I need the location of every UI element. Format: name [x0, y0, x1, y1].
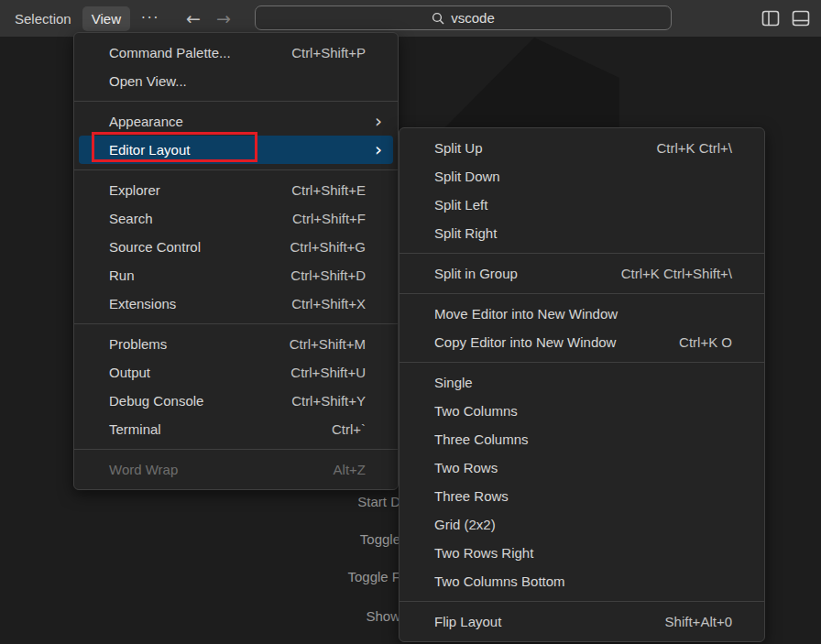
- menu-item-shortcut: Ctrl+`: [332, 421, 366, 437]
- menu-item-two-rows-right[interactable]: Two Rows Right: [404, 539, 760, 567]
- menu-item-shortcut: Ctrl+Shift+Y: [291, 393, 366, 409]
- menu-item-label: Run: [109, 267, 290, 283]
- menu-item-label: Three Rows: [434, 488, 732, 504]
- menubar-item-selection[interactable]: Selection: [5, 6, 81, 31]
- titlebar: Selection View ··· ← → vscode: [0, 0, 821, 37]
- menu-item-terminal[interactable]: TerminalCtrl+`: [79, 415, 393, 443]
- menu-item-two-columns-bottom[interactable]: Two Columns Bottom: [404, 567, 760, 595]
- background-text-fragment: Show: [366, 607, 400, 626]
- command-center-search[interactable]: vscode: [255, 5, 672, 30]
- menu-item-extensions[interactable]: ExtensionsCtrl+Shift+X: [79, 289, 393, 318]
- menu-item-debug-console[interactable]: Debug ConsoleCtrl+Shift+Y: [79, 387, 393, 415]
- menu-item-label: Three Columns: [434, 431, 732, 447]
- menu-item-label: Split Down: [434, 169, 732, 184]
- menu-item-label: Grid (2x2): [434, 517, 732, 532]
- menu-separator: [400, 253, 764, 254]
- chevron-right-icon: ›: [375, 138, 382, 160]
- go-back-icon[interactable]: ←: [186, 8, 201, 28]
- chevron-right-icon: ›: [375, 110, 382, 132]
- menu-item-appearance[interactable]: Appearance›: [79, 107, 393, 136]
- menu-separator: [74, 101, 398, 102]
- menu-item-label: Output: [109, 365, 290, 380]
- menu-item-shortcut: Ctrl+Shift+P: [291, 45, 366, 60]
- search-value: vscode: [451, 10, 495, 26]
- menu-item-label: Two Rows: [434, 460, 732, 475]
- menu-separator: [74, 169, 398, 170]
- menubar-item-view[interactable]: View: [82, 6, 130, 31]
- menu-item-split-up[interactable]: Split UpCtrl+K Ctrl+\: [404, 134, 760, 162]
- menu-item-grid-2x2[interactable]: Grid (2x2): [404, 510, 760, 539]
- menu-item-shortcut: Ctrl+K Ctrl+Shift+\: [621, 266, 732, 281]
- menu-item-open-view[interactable]: Open View...: [79, 67, 393, 95]
- menu-separator: [400, 293, 764, 294]
- menu-item-editor-layout[interactable]: Editor Layout›: [79, 136, 393, 164]
- menu-item-label: Extensions: [109, 296, 291, 311]
- menu-item-label: Appearance: [109, 114, 366, 129]
- menu-separator: [400, 362, 764, 363]
- menu-item-label: Split Right: [434, 225, 732, 241]
- menu-item-move-editor-into-new-window[interactable]: Move Editor into New Window: [404, 300, 760, 328]
- menu-item-label: Source Control: [109, 239, 290, 255]
- menu-separator: [74, 323, 398, 324]
- menu-item-label: Two Columns Bottom: [434, 573, 732, 589]
- view-menu: Command Palette...Ctrl+Shift+POpen View.…: [73, 32, 399, 490]
- menu-item-split-in-group[interactable]: Split in GroupCtrl+K Ctrl+Shift+\: [404, 259, 760, 288]
- menu-item-three-columns[interactable]: Three Columns: [404, 425, 760, 453]
- menu-item-label: Debug Console: [109, 393, 291, 409]
- menu-item-label: Problems: [109, 336, 290, 352]
- menu-item-label: Two Columns: [434, 403, 732, 419]
- menu-item-label: Split Up: [434, 140, 656, 156]
- menu-item-shortcut: Ctrl+Shift+G: [290, 239, 366, 255]
- menu-item-label: Command Palette...: [109, 45, 291, 60]
- menu-item-search[interactable]: SearchCtrl+Shift+F: [79, 204, 393, 233]
- menu-item-label: Split Left: [434, 197, 732, 213]
- menu-item-output[interactable]: OutputCtrl+Shift+U: [79, 358, 393, 387]
- menu-item-flip-layout[interactable]: Flip LayoutShift+Alt+0: [404, 607, 760, 636]
- menu-item-shortcut: Ctrl+Shift+D: [290, 267, 366, 283]
- menu-item-label: Word Wrap: [109, 462, 334, 477]
- menu-item-explorer[interactable]: ExplorerCtrl+Shift+E: [79, 176, 393, 204]
- window-layout-controls: [761, 0, 810, 37]
- go-forward-icon[interactable]: →: [216, 8, 231, 28]
- menu-item-label: Open View...: [109, 73, 366, 89]
- menu-item-word-wrap[interactable]: Word WrapAlt+Z: [79, 455, 393, 484]
- toggle-panel-icon[interactable]: [792, 9, 810, 27]
- menu-item-label: Editor Layout: [109, 142, 366, 158]
- menu-item-shortcut: Ctrl+Shift+U: [290, 365, 366, 380]
- menu-item-label: Copy Editor into New Window: [434, 334, 679, 350]
- menu-item-source-control[interactable]: Source ControlCtrl+Shift+G: [79, 233, 393, 261]
- menubar: Selection View ···: [5, 0, 169, 37]
- menu-item-problems[interactable]: ProblemsCtrl+Shift+M: [79, 330, 393, 358]
- background-text-fragment: Toggle: [360, 530, 400, 549]
- menu-item-shortcut: Shift+Alt+0: [665, 614, 732, 629]
- editor-layout-submenu: Split UpCtrl+K Ctrl+\Split DownSplit Lef…: [399, 127, 765, 642]
- menu-item-label: Two Rows Right: [434, 545, 732, 561]
- menu-item-label: Flip Layout: [434, 614, 665, 629]
- menu-item-split-right[interactable]: Split Right: [404, 219, 760, 247]
- menu-item-split-left[interactable]: Split Left: [404, 191, 760, 219]
- toggle-sidebar-icon[interactable]: [761, 9, 780, 27]
- menu-item-label: Explorer: [109, 182, 291, 198]
- menu-separator: [400, 601, 764, 602]
- menubar-more-icon[interactable]: ···: [132, 5, 169, 31]
- menu-item-two-rows[interactable]: Two Rows: [404, 453, 760, 482]
- menu-item-two-columns[interactable]: Two Columns: [404, 397, 760, 425]
- menu-item-label: Single: [434, 375, 732, 390]
- menu-item-shortcut: Alt+Z: [334, 462, 366, 477]
- menu-separator: [74, 449, 398, 450]
- menu-item-label: Terminal: [109, 421, 332, 437]
- menu-item-single[interactable]: Single: [404, 368, 760, 397]
- menu-item-shortcut: Ctrl+Shift+M: [290, 336, 366, 352]
- menu-item-label: Split in Group: [434, 266, 621, 281]
- menu-item-command-palette[interactable]: Command Palette...Ctrl+Shift+P: [79, 38, 393, 67]
- menu-item-label: Move Editor into New Window: [434, 306, 732, 322]
- menu-item-shortcut: Ctrl+K O: [679, 334, 732, 350]
- menu-item-copy-editor-into-new-window[interactable]: Copy Editor into New WindowCtrl+K O: [404, 328, 760, 356]
- menu-item-three-rows[interactable]: Three Rows: [404, 482, 760, 510]
- navigation-arrows: ← →: [186, 0, 231, 37]
- menu-item-split-down[interactable]: Split Down: [404, 162, 760, 191]
- menu-item-shortcut: Ctrl+Shift+F: [292, 211, 366, 226]
- menu-item-shortcut: Ctrl+Shift+X: [291, 296, 366, 311]
- menu-item-run[interactable]: RunCtrl+Shift+D: [79, 261, 393, 289]
- background-text-fragment: Start D: [357, 493, 400, 511]
